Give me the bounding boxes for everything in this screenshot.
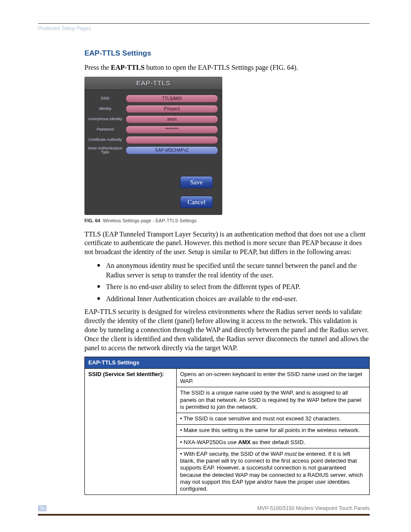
- label-anon-identity: Anonymous Identity: [86, 117, 124, 121]
- table-cell-text: The SSID is a unique name used by the WA…: [180, 389, 366, 411]
- label-identity: Identity: [86, 107, 124, 111]
- text-bold: AMX: [238, 439, 251, 445]
- figure-caption: FIG. 64Wireless Settings page - EAP-TTLS…: [84, 218, 370, 224]
- field-identity[interactable]: PVuser1: [126, 105, 218, 113]
- field-cert-authority[interactable]: [126, 136, 218, 144]
- label-ssid: SSID: [86, 96, 124, 100]
- label-inner-auth: Inner Authentication Type: [86, 146, 124, 154]
- cancel-button[interactable]: Cancel: [180, 196, 213, 208]
- figure-caption-text: Wireless Settings page - EAP-TTLS Settin…: [103, 218, 197, 223]
- field-ssid[interactable]: TTLSAMX: [126, 95, 218, 103]
- save-button[interactable]: Save: [180, 176, 213, 188]
- field-password[interactable]: ********: [126, 126, 218, 134]
- eap-ttls-panel: EAP-TTLS SSID Identity Anonymous Identit…: [84, 77, 222, 215]
- label-password: Password: [86, 128, 124, 131]
- table-cell: The SSID is a unique name used by the WA…: [177, 387, 370, 413]
- table-cell-text: • The SSID is case sensitive and must no…: [180, 415, 366, 422]
- field-anon-identity[interactable]: anon: [126, 115, 218, 123]
- text: • NXA-WAP250Gs use: [180, 439, 238, 445]
- footer-product: MVP-5100/5150 Modero Viewpoint Touch Pan…: [257, 505, 370, 511]
- bullet-item: There is no end-user ability to select f…: [97, 282, 370, 292]
- intro-bold: EAP-TTLS: [111, 64, 144, 71]
- table-cell: • With EAP security, the SSID of the WAP…: [177, 448, 370, 495]
- bullet-item: Additional Inner Authentication choices …: [97, 294, 370, 304]
- panel-title: EAP-TTLS: [84, 77, 222, 90]
- intro-post: button to open the EAP-TTLS Settings pag…: [145, 64, 298, 71]
- table-cell: Opens an on-screen keyboard to enter the…: [177, 368, 370, 387]
- text: • With EAP security, the SSID of the WAP: [180, 451, 285, 457]
- table-cell: • Make sure this setting is the same for…: [177, 425, 370, 436]
- table-cell-text: • With EAP security, the SSID of the WAP…: [180, 451, 366, 493]
- table-cell: • The SSID is case sensitive and must no…: [177, 413, 370, 425]
- table-cell-text: • NXA-WAP250Gs use AMX as their default …: [180, 439, 366, 446]
- paragraph-ttls-desc: TTLS (EAP Tunneled Transport Layer Secur…: [84, 230, 370, 257]
- page-number: 76: [38, 505, 47, 511]
- figure-label: FIG. 64: [84, 218, 100, 223]
- intro-pre: Press the: [84, 64, 111, 71]
- table-cell-text: • Make sure this setting is the same for…: [180, 427, 366, 434]
- table-row-label: SSID (Service Set Identifier):: [85, 368, 177, 495]
- label-cert-authority: Certificate Authority: [86, 138, 124, 142]
- bullet-list: An anonymous identity must be specified …: [97, 261, 370, 303]
- bullet-item: An anonymous identity must be specified …: [97, 261, 370, 280]
- section-heading: EAP-TTLS Settings: [84, 49, 370, 59]
- intro-paragraph: Press the EAP-TTLS button to open the EA…: [84, 63, 370, 72]
- field-inner-auth[interactable]: EAP-MSCHAPv2: [126, 146, 218, 154]
- table-title: EAP-TTLS Settings: [85, 357, 370, 369]
- text-italic: must: [285, 451, 297, 457]
- table-cell-text: Opens an on-screen keyboard to enter the…: [180, 371, 366, 385]
- text: as their default SSID.: [251, 439, 305, 445]
- table-cell: • NXA-WAP250Gs use AMX as their default …: [177, 436, 370, 448]
- settings-table: EAP-TTLS Settings SSID (Service Set Iden…: [84, 357, 370, 495]
- header-section: Protected Setup Pages: [38, 25, 370, 31]
- page-footer: 76 MVP-5100/5150 Modero Viewpoint Touch …: [38, 505, 370, 519]
- paragraph-eap-ttls-security: EAP-TTLS security is designed for wirele…: [84, 308, 370, 352]
